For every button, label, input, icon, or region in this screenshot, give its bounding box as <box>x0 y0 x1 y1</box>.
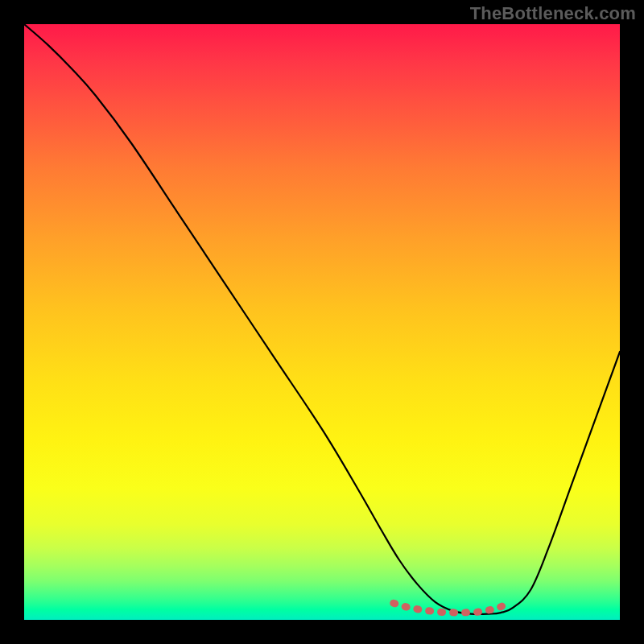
plot-area <box>24 24 620 620</box>
bottleneck-curve <box>24 24 620 614</box>
chart-frame: TheBottleneck.com <box>0 0 644 644</box>
chart-svg <box>24 24 620 620</box>
optimal-zone-marker <box>394 603 507 613</box>
watermark-text: TheBottleneck.com <box>470 3 636 24</box>
